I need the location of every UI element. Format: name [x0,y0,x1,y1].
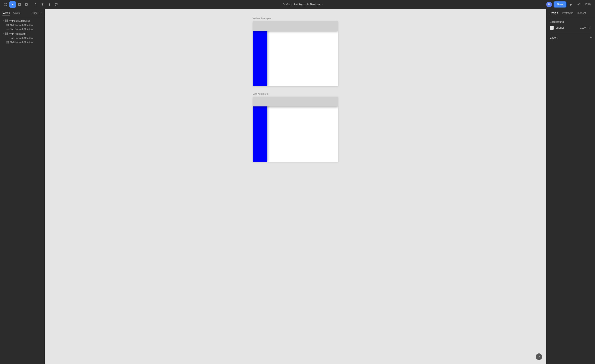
svg-rect-3 [6,5,7,6]
file-name[interactable]: Autolayout & Shadows [294,3,323,6]
frame-label-without: Without Autolayout [253,17,338,20]
layer-group-header-with[interactable]: With Autolayout [0,32,44,36]
toolbar-sep-1 [31,2,31,7]
svg-rect-4 [19,3,21,6]
group-icon-with [5,33,8,35]
zoom-level[interactable]: 179% [583,2,593,7]
line-icon-2 [7,38,9,38]
share-button[interactable]: Share [553,1,566,7]
export-row: Export + [550,33,592,39]
sidebar-with [253,97,267,162]
group-icon-without [5,20,8,22]
right-panel-content: Background E5E5E5 100% Export + [546,17,595,364]
frame-label-with: With Autolayout [253,93,338,95]
tab-page[interactable]: Page 1 [32,12,42,14]
main-content-without [267,21,338,86]
frame-icon-1 [7,24,9,26]
tab-inspect[interactable]: Inspect [577,11,586,15]
shape-tool-button[interactable] [23,1,30,8]
background-section-header: Background [550,20,592,23]
frame-without[interactable] [253,21,338,86]
select-tool-button[interactable] [9,1,16,8]
layer-item-topbar-without[interactable]: Top Bar with Shadow [0,27,44,31]
canvas-content: Without Autolayout With Autolayout [253,17,338,162]
main-content-with [267,97,338,162]
export-add-button[interactable]: + [589,36,592,39]
layer-group-header-without[interactable]: Without Autolayout [0,19,44,23]
comment-tool-button[interactable] [53,1,59,8]
text-tool-button[interactable]: T [39,1,46,8]
svg-point-16 [590,27,590,28]
line-icon-1 [7,29,9,29]
tab-layers[interactable]: Layers [2,11,10,15]
frame-tool-button[interactable] [16,1,23,8]
toolbar-right: N Share ▶ A? 179% [546,1,593,8]
pen-tool-button[interactable] [32,1,39,8]
right-panel: Design Prototype Inspect Background E5E5… [546,9,595,364]
background-opacity: 100% [580,26,587,29]
tab-prototype[interactable]: Prototype [562,11,573,15]
right-panel-tabs: Design Prototype Inspect [546,9,595,17]
svg-rect-1 [6,3,7,4]
svg-point-14 [35,3,36,4]
main-layout: Layers Assets Page 1 Without Autolayout [0,9,595,364]
background-color-value: E5E5E5 [555,26,579,29]
layer-item-sidebar-without[interactable]: Sidebar with Shadow [0,23,44,27]
layer-item-topbar-with[interactable]: Top Bar with Shadow [0,36,44,40]
top-bar-without [253,21,338,31]
tool-group-left: T [2,1,59,8]
left-panel: Layers Assets Page 1 Without Autolayout [0,9,45,364]
background-color-row: E5E5E5 100% [550,26,592,30]
user-avatar[interactable]: N [546,2,552,7]
panel-content: Without Autolayout Sidebar with Shadow T… [0,17,44,364]
hand-tool-button[interactable] [46,1,53,8]
svg-rect-13 [25,3,28,6]
background-color-swatch[interactable] [550,26,554,30]
tab-assets[interactable]: Assets [13,11,20,15]
svg-rect-2 [5,5,6,6]
tab-design[interactable]: Design [550,11,558,15]
help-button[interactable]: ? [536,353,542,360]
sidebar-without [253,21,267,86]
layer-item-sidebar-with[interactable]: Sidebar with Shadow [0,40,44,44]
main-menu-button[interactable] [2,1,9,8]
left-panel-tabs: Layers Assets Page 1 [0,9,44,17]
svg-rect-0 [5,3,6,4]
play-button[interactable]: ▶ [568,1,574,8]
breadcrumb-drafts[interactable]: Drafts [283,3,290,6]
top-toolbar: T Drafts / Autolayout & Shadows N Share … [0,0,595,9]
visibility-toggle[interactable] [588,26,592,30]
export-label: Export [550,36,557,39]
layer-group-without: Without Autolayout Sidebar with Shadow T… [0,19,44,31]
frame-with[interactable] [253,97,338,162]
toolbar-center: Drafts / Autolayout & Shadows [60,3,545,6]
breadcrumb-separator: / [291,3,292,6]
top-bar-with [253,97,338,107]
canvas-area[interactable]: Without Autolayout With Autolayout [45,9,546,364]
font-checker[interactable]: A? [576,2,582,7]
layer-group-with: With Autolayout Top Bar with Shadow Side… [0,32,44,44]
frame-icon-2 [7,41,9,43]
frame-section-without: Without Autolayout [253,17,338,86]
frame-section-with: With Autolayout [253,93,338,162]
